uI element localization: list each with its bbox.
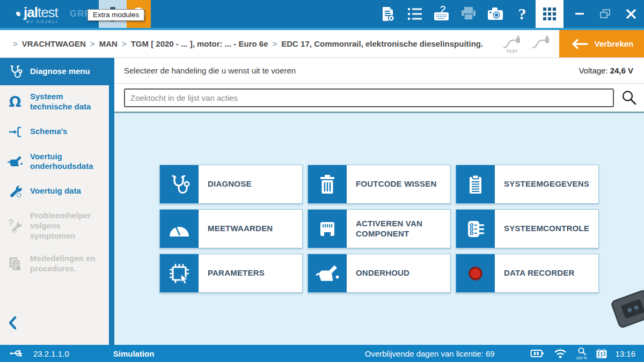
action-button-foutcode-wissen[interactable]: FOUTCODE WISSEN <box>308 165 451 204</box>
action-button-parameters[interactable]: PARAMETERS <box>159 254 303 293</box>
chevron-right-icon: > <box>13 39 18 48</box>
main-content: Selecteer de handeling die u wenst uit t… <box>114 58 644 345</box>
search-icon[interactable] <box>614 90 644 106</box>
minimize-icon[interactable] <box>567 0 592 28</box>
arrow-left-icon <box>570 39 588 49</box>
logo-byline: BY COJALI <box>16 19 58 24</box>
search-row <box>114 84 644 112</box>
apps-grid-icon[interactable] <box>536 0 564 28</box>
sidebar-item-voertuig-onderhoudsdata[interactable]: Voertuig onderhoudsdata <box>0 145 109 179</box>
usb-icon <box>10 349 26 358</box>
chevron-left-icon <box>8 316 17 330</box>
page-title: Selecteer de handeling die u wenst uit t… <box>114 66 296 75</box>
voltage-value: 24,6 V <box>610 66 633 75</box>
jaltest-logo: jaltest BY COJALI <box>0 0 58 28</box>
chevron-right-icon: > <box>122 39 127 48</box>
action-button-activeren-van-component[interactable]: ACTIVEREN VAN COMPONENT <box>308 209 451 248</box>
topbar-accent-line <box>0 28 644 30</box>
trash-icon <box>308 165 347 203</box>
disconnect-button[interactable]: Verbreken <box>559 30 644 57</box>
voltage-label: Voltage: <box>579 66 608 75</box>
printer-icon <box>455 0 482 28</box>
sidebar-item-diagnose-menu[interactable]: Diagnose menu <box>0 58 114 85</box>
report-icon[interactable] <box>375 0 401 28</box>
breadcrumb: > VRACHTWAGEN > MAN > TGM [ 2020 - ... ]… <box>0 39 483 48</box>
action-label: DATA RECORDER <box>495 254 598 292</box>
breadcrumb-bar: > VRACHTWAGEN > MAN > TGM [ 2020 - ... ]… <box>0 30 644 58</box>
sidebar-item-label: Schema's <box>30 127 67 137</box>
sidebar-item-label: Diagnose menu <box>30 67 90 77</box>
sidebar-item-systeem-technische-data[interactable]: Ω Systeem technische data <box>0 85 109 119</box>
action-label: ONDERHOUD <box>347 254 450 292</box>
sidebar-collapse-button[interactable] <box>8 316 17 330</box>
close-icon[interactable] <box>618 0 644 28</box>
checklist-icon <box>456 210 495 248</box>
sidebar-divider-strip <box>109 58 114 345</box>
zoom-level-value: 100 % <box>576 356 587 360</box>
sidebar: Diagnose menu Ω Systeem technische data … <box>0 58 109 345</box>
breadcrumb-item-system[interactable]: EDC 17, Commonrail, elektronische diesel… <box>281 39 483 48</box>
action-button-onderhoud[interactable]: ONDERHOUD <box>308 254 451 293</box>
action-label: SYSTEEMGEGEVENS <box>495 165 598 203</box>
action-zone: DIAGNOSE FOUTCODE WISSEN <box>114 113 644 345</box>
sidebar-item-label: Voertuig onderhoudsdata <box>30 152 104 172</box>
logo-dot-icon <box>16 10 22 16</box>
sidebar-item-voertuig-data[interactable]: Voertuig data <box>0 178 109 204</box>
battery-icon <box>530 348 544 359</box>
search-input[interactable] <box>124 88 614 107</box>
oilcan-icon <box>7 155 23 168</box>
breadcrumb-item-make[interactable]: MAN <box>99 39 118 48</box>
svg-text:?: ? <box>8 218 14 228</box>
sidebar-item-schemas[interactable]: Schema's <box>0 119 109 145</box>
omega-icon: Ω <box>7 94 23 109</box>
keyboard-icon[interactable] <box>428 0 455 28</box>
gauge-icon <box>160 210 199 248</box>
action-button-meetwaarden[interactable]: MEETWAARDEN <box>159 209 303 248</box>
action-label: FOUTCODE WISSEN <box>347 165 450 203</box>
action-label: ACTIVEREN VAN COMPONENT <box>347 210 450 248</box>
sidebar-item-mededelingen: Mededelingen en procedures. <box>0 247 109 280</box>
clipboard-icon <box>456 165 495 203</box>
connector-icon <box>308 210 347 248</box>
help-icon[interactable]: ? <box>509 0 536 28</box>
sidebar-item-probleemhelper: ? Probleemhelper volgens symptomen <box>0 204 109 247</box>
action-button-systeemcontrole[interactable]: SYSTEEMCONTROLE <box>456 209 599 248</box>
zoom-level-icon[interactable]: 100 % <box>576 347 587 360</box>
extra-modules-tooltip: Extra modules <box>87 9 144 21</box>
camera-icon[interactable] <box>482 0 509 28</box>
connection-icon <box>530 34 552 54</box>
main-header: Selecteer de handeling die u wenst uit t… <box>114 58 644 84</box>
jaltest-app-window: jaltest BY COJALI GRP ! Extra modules <box>0 0 644 362</box>
action-label: MEETWAARDEN <box>199 210 302 248</box>
test-connection-icon: TEST <box>501 34 523 54</box>
sidebar-item-label: Probleemhelper volgens symptomen <box>30 211 104 241</box>
stethoscope-icon <box>160 165 199 203</box>
status-bar: 23.2.1.1.0 Simulation Overblijvende dage… <box>0 345 644 362</box>
schematic-icon <box>7 125 23 139</box>
restore-icon[interactable] <box>592 0 618 28</box>
record-icon <box>456 254 495 292</box>
breadcrumb-item-model[interactable]: TGM [ 2020 - ... ], motor: ... - Euro 6e <box>131 39 268 48</box>
action-label: DIAGNOSE <box>199 165 302 203</box>
breadcrumb-item-vehicle-type[interactable]: VRACHTWAGEN <box>22 39 86 48</box>
sidebar-item-label: Mededelingen en procedures. <box>30 254 104 274</box>
license-days-label: Overblijvende dagen van licentie: 69 <box>365 349 495 358</box>
disconnect-label: Verbreken <box>595 39 634 48</box>
symptom-helper-icon: ? <box>7 218 23 233</box>
list-icon[interactable] <box>401 0 428 28</box>
documents-icon <box>7 256 23 271</box>
action-label: PARAMETERS <box>199 254 302 292</box>
action-button-data-recorder[interactable]: DATA RECORDER <box>456 254 599 293</box>
logo-text-bold: jal <box>24 4 38 21</box>
device-thumbnail <box>610 289 644 329</box>
action-button-systeemgegevens[interactable]: SYSTEEMGEGEVENS <box>456 165 599 204</box>
action-grid: DIAGNOSE FOUTCODE WISSEN <box>159 165 599 293</box>
chip-icon <box>160 254 199 292</box>
sidebar-item-label: Systeem technische data <box>30 92 104 112</box>
chevron-right-icon: > <box>90 39 95 48</box>
action-button-diagnose[interactable]: DIAGNOSE <box>159 165 303 204</box>
sidebar-item-label: Voertuig data <box>30 186 81 196</box>
mode-label: Simulation <box>113 349 155 358</box>
voltage-readout: Voltage:24,6 V <box>579 66 644 75</box>
calendar-icon[interactable] <box>596 348 608 359</box>
